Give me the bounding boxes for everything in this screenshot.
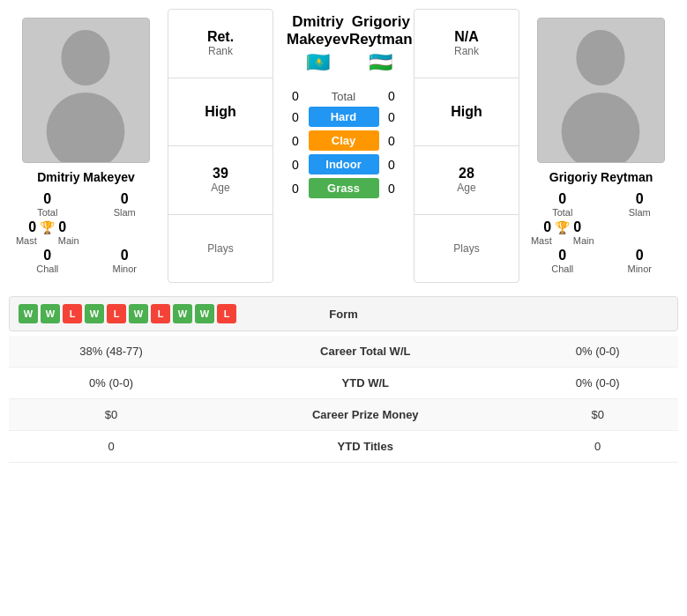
- grass-badge: Grass: [309, 178, 379, 198]
- main-container: Dmitriy Makeyev 0 Total 0 Slam 0 🏆 0: [0, 0, 687, 471]
- form-badge-w: W: [19, 304, 38, 323]
- stats-row-0: 38% (48-77)Career Total W/L0% (0-0): [9, 336, 678, 367]
- left-flag: 🇰🇿: [306, 51, 330, 74]
- form-badge-w: W: [85, 304, 104, 323]
- hard-surface-line: 0 Hard 0: [278, 105, 409, 129]
- left-player-title: Dmitriy Makeyev: [287, 13, 349, 48]
- stats-row-2: $0Career Prize Money$0: [9, 399, 678, 431]
- left-total-value: 0 Total: [13, 191, 82, 218]
- right-chall-stat: 0 Chall: [528, 248, 597, 274]
- players-section: Dmitriy Makeyev 0 Total 0 Slam 0 🏆 0: [9, 9, 678, 283]
- left-player-avatar: [22, 18, 150, 163]
- right-total-value: 0 Total: [528, 191, 597, 218]
- form-label: Form: [329, 308, 358, 321]
- grass-surface-line: 0 Grass 0: [278, 176, 409, 200]
- stats-table: 38% (48-77)Career Total W/L0% (0-0)0% (0…: [9, 336, 678, 463]
- stats-left-3: 0: [9, 431, 213, 463]
- left-minor-stat: 0 Minor: [91, 248, 160, 274]
- left-trophy-icon: 🏆: [40, 220, 55, 234]
- left-high-row: High: [168, 78, 273, 147]
- stats-right-3: 0: [517, 431, 678, 463]
- right-player-stats: 0 Total 0 Slam 0 🏆 0 Mast Main: [528, 191, 674, 274]
- form-badge-w: W: [195, 304, 214, 323]
- stats-left-2: $0: [9, 399, 213, 431]
- right-player-avatar: [537, 18, 665, 163]
- left-player-header: Dmitriy Makeyev 🇰🇿: [287, 9, 349, 83]
- left-chall-stat: 0 Chall: [13, 248, 82, 274]
- hard-badge: Hard: [309, 107, 379, 127]
- form-badge-w: W: [41, 304, 60, 323]
- left-slam-value: 0 Slam: [91, 191, 160, 218]
- stats-row-3: 0YTD Titles0: [9, 431, 678, 463]
- svg-point-1: [61, 30, 109, 85]
- form-badges-left: WWLWLWLWWL: [19, 304, 322, 323]
- right-trophy-icon: 🏆: [555, 220, 570, 234]
- stats-row-1: 0% (0-0)YTD W/L0% (0-0): [9, 367, 678, 399]
- indoor-surface-line: 0 Indoor 0: [278, 152, 409, 176]
- left-player-card: Dmitriy Makeyev 0 Total 0 Slam 0 🏆 0: [9, 9, 163, 283]
- left-player-name: Dmitriy Makeyev: [37, 170, 135, 184]
- right-age-row: 28 Age: [414, 146, 519, 215]
- stats-center-1: YTD W/L: [213, 367, 517, 399]
- form-badge-l: L: [217, 304, 236, 323]
- left-middle-panel: Ret. Rank High 39 Age Plays: [168, 9, 273, 283]
- stats-left-0: 38% (48-77): [9, 336, 213, 367]
- stats-center-0: Career Total W/L: [213, 336, 517, 367]
- right-player-card: Grigoriy Reytman 0 Total 0 Slam 0 🏆 0: [524, 9, 678, 283]
- form-badge-l: L: [63, 304, 82, 323]
- form-badge-w: W: [173, 304, 192, 323]
- right-rank-row: N/A Rank: [414, 10, 519, 78]
- right-high-row: High: [414, 78, 519, 147]
- right-slam-value: 0 Slam: [606, 191, 675, 218]
- clay-surface-line: 0 Clay 0: [278, 129, 409, 152]
- stats-center-3: YTD Titles: [213, 431, 517, 463]
- right-flag: 🇺🇿: [369, 51, 392, 74]
- stats-right-2: $0: [517, 399, 678, 431]
- left-age-row: 39 Age: [168, 146, 273, 215]
- left-mast-stat: 0 🏆 0 Mast Main: [13, 219, 82, 246]
- right-player-header: Grigoriy Reytman 🇺🇿: [349, 9, 413, 83]
- form-badge-l: L: [151, 304, 170, 323]
- stats-center-2: Career Prize Money: [213, 399, 517, 431]
- right-player-title: Grigoriy Reytman: [349, 13, 413, 48]
- stats-left-1: 0% (0-0): [9, 367, 213, 399]
- left-rank-row: Ret. Rank: [168, 10, 273, 78]
- right-middle-panel: N/A Rank High 28 Age Plays: [414, 9, 519, 283]
- right-plays-row: Plays: [414, 215, 519, 283]
- center-wrapper: Dmitriy Makeyev 🇰🇿 Grigoriy Reytman 🇺🇿: [278, 9, 409, 283]
- indoor-badge: Indoor: [309, 154, 379, 174]
- left-plays-row: Plays: [168, 215, 273, 283]
- stats-right-0: 0% (0-0): [517, 336, 678, 367]
- form-badge-l: L: [107, 304, 126, 323]
- svg-point-4: [576, 30, 624, 85]
- form-section: WWLWLWLWWL Form: [9, 296, 678, 331]
- right-minor-stat: 0 Minor: [606, 248, 675, 274]
- right-mast-stat: 0 🏆 0 Mast Main: [528, 219, 597, 246]
- stats-right-1: 0% (0-0): [517, 367, 678, 399]
- form-badge-w: W: [129, 304, 148, 323]
- clay-badge: Clay: [309, 130, 379, 151]
- right-player-name: Grigoriy Reytman: [549, 170, 653, 184]
- total-line: 0 Total 0: [278, 87, 409, 105]
- left-player-stats: 0 Total 0 Slam 0 🏆 0 Mast Main: [13, 191, 159, 274]
